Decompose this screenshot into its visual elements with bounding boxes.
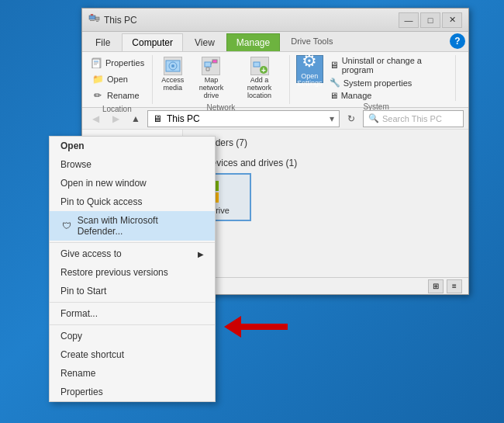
ctx-copy[interactable]: Copy: [50, 327, 215, 345]
ctx-create-shortcut[interactable]: Create shortcut: [50, 345, 215, 364]
tab-view[interactable]: View: [185, 33, 225, 51]
main-content: ▶ Folders (7) ▼ Devices and drives (1): [183, 130, 468, 290]
ribbon-open-btn[interactable]: 📁 Open: [88, 71, 146, 87]
ctx-format[interactable]: Format...: [50, 304, 215, 323]
submenu-arrow-icon: ▶: [198, 250, 204, 258]
map-network-btn[interactable]: Map networkdrive: [190, 55, 233, 102]
defender-icon: 🛡: [60, 220, 73, 232]
svg-rect-3: [96, 21, 98, 22]
arrow-head-icon: [224, 316, 241, 338]
ribbon-properties-btn[interactable]: Properties: [88, 55, 146, 71]
svg-rect-4: [91, 14, 93, 16]
address-chevron-icon: ▾: [330, 113, 334, 124]
access-media-label: Accessmedia: [161, 77, 184, 92]
devices-label: Devices and drives (1): [205, 158, 297, 168]
ribbon: Properties 📁 Open ✏ Rename Location: [82, 52, 468, 108]
ctx-scan-defender[interactable]: 🛡 Scan with Microsoft Defender...: [50, 211, 215, 241]
svg-text:+: +: [261, 66, 266, 75]
ctx-restore-versions[interactable]: Restore previous versions: [50, 263, 215, 282]
system-props-btn[interactable]: 🔧 System properties: [328, 77, 449, 88]
folders-header[interactable]: ▶ Folders (7): [189, 136, 462, 150]
open-icon: 📁: [91, 73, 104, 85]
access-media-btn[interactable]: Accessmedia: [159, 55, 187, 94]
ctx-browse[interactable]: Browse: [50, 155, 215, 174]
close-button[interactable]: ✕: [442, 12, 462, 28]
ctx-separator-1: [50, 242, 215, 243]
refresh-button[interactable]: ↻: [343, 110, 360, 127]
maximize-button[interactable]: □: [420, 12, 440, 28]
back-button[interactable]: ◀: [87, 110, 104, 127]
svg-rect-13: [205, 62, 211, 67]
map-network-icon: [202, 57, 220, 75]
ctx-separator-3: [50, 324, 215, 325]
uninstall-icon: 🖥: [330, 60, 339, 71]
ctx-pin-start[interactable]: Pin to Start: [50, 282, 215, 300]
help-button[interactable]: ?: [450, 33, 465, 49]
ctx-open[interactable]: Open: [50, 137, 215, 155]
properties-icon: [91, 57, 102, 69]
system-right-buttons: 🖥 Uninstall or change a program 🔧 System…: [328, 55, 456, 101]
address-path: This PC: [167, 113, 200, 124]
system-props-label: System properties: [343, 78, 413, 88]
ctx-pin-quickaccess[interactable]: Pin to Quick access: [50, 192, 215, 211]
manage-label: Manage: [341, 91, 372, 100]
add-network-label: Add a networklocation: [239, 77, 280, 100]
manage-icon: 🖥: [330, 91, 338, 100]
tab-drive-tools[interactable]: Drive Tools: [285, 33, 339, 51]
ctx-format-label: Format...: [60, 308, 98, 319]
minimize-button[interactable]: —: [399, 12, 419, 28]
svg-point-12: [171, 64, 174, 68]
ctx-open-label: Open: [60, 140, 85, 151]
ctx-open-new-window-label: Open in new window: [60, 178, 147, 189]
search-box[interactable]: 🔍 Search This PC: [363, 110, 464, 127]
ctx-give-access-label: Give access to: [60, 248, 122, 259]
ctx-separator-2: [50, 302, 215, 303]
ribbon-rename-btn[interactable]: ✏ Rename: [88, 88, 146, 103]
open-label: Open: [107, 75, 128, 84]
svg-rect-0: [89, 16, 95, 19]
ctx-properties[interactable]: Properties: [50, 383, 215, 401]
ctx-create-shortcut-label: Create shortcut: [60, 349, 124, 360]
map-network-label: Map networkdrive: [193, 77, 230, 100]
svg-rect-1: [90, 20, 95, 21]
ctx-properties-label: Properties: [60, 387, 103, 397]
forward-button[interactable]: ▶: [107, 110, 124, 127]
svg-rect-14: [212, 60, 217, 63]
tab-file[interactable]: File: [85, 33, 120, 51]
up-button[interactable]: ▲: [127, 110, 144, 127]
location-buttons: Properties 📁 Open ✏ Rename: [88, 55, 146, 103]
ribbon-group-system: ⚙ OpenSettings 🖥 Uninstall or change a p…: [296, 55, 462, 104]
gear-icon: ⚙: [302, 51, 317, 71]
settings-label: OpenSettings: [297, 73, 323, 87]
add-network-icon: +: [250, 57, 269, 75]
title-controls: — □ ✕: [399, 12, 462, 28]
tab-manage[interactable]: Manage: [226, 33, 280, 51]
title-bar: This PC — □ ✕: [82, 9, 468, 32]
ctx-browse-label: Browse: [60, 159, 91, 170]
devices-section: ▼ Devices and drives (1) drive: [189, 156, 462, 221]
address-input[interactable]: 🖥 This PC ▾: [147, 110, 340, 127]
view-list-button[interactable]: ≡: [447, 279, 462, 293]
properties-label: Properties: [105, 58, 144, 68]
manage-btn[interactable]: 🖥 Manage: [328, 90, 449, 101]
computer-icon: 🖥: [153, 113, 162, 124]
uninstall-btn[interactable]: 🖥 Uninstall or change a program: [328, 55, 449, 75]
open-settings-btn[interactable]: ⚙ OpenSettings: [296, 55, 323, 83]
search-placeholder: Search This PC: [382, 114, 442, 123]
system-props-icon: 🔧: [330, 78, 340, 88]
tab-computer[interactable]: Computer: [122, 33, 183, 51]
devices-header[interactable]: ▼ Devices and drives (1): [189, 156, 462, 170]
access-media-icon: [164, 57, 182, 75]
rename-label: Rename: [107, 91, 140, 100]
arrow-shaft: [241, 324, 288, 330]
ctx-open-new-window[interactable]: Open in new window: [50, 174, 215, 192]
svg-rect-16: [254, 62, 260, 67]
ctx-scan-defender-label: Scan with Microsoft Defender...: [78, 215, 204, 237]
ctx-give-access[interactable]: Give access to ▶: [50, 244, 215, 263]
view-tiles-button[interactable]: ⊞: [428, 279, 444, 293]
ctx-rename[interactable]: Rename: [50, 364, 215, 383]
rename-icon: ✏: [91, 89, 104, 102]
window-title: This PC: [104, 15, 137, 26]
context-menu: Open Browse Open in new window Pin to Qu…: [49, 136, 216, 402]
add-network-btn[interactable]: + Add a networklocation: [236, 55, 283, 102]
